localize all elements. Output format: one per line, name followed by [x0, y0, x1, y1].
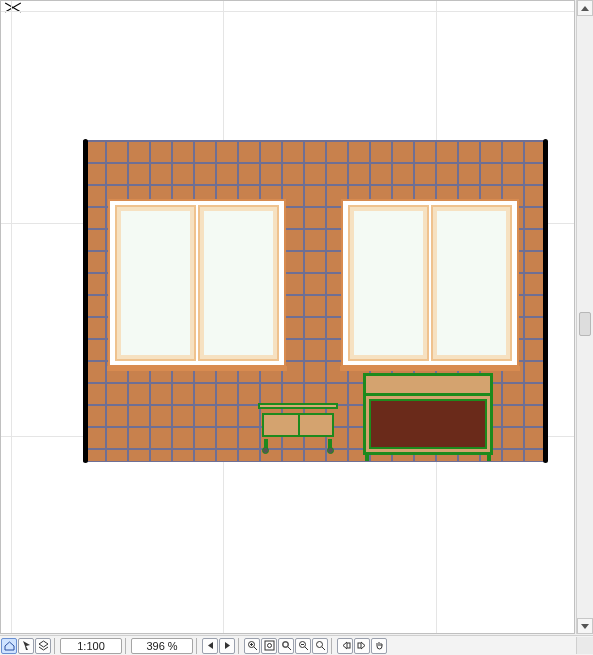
triangle-right-icon	[223, 641, 232, 650]
cart-body	[262, 413, 334, 437]
window-left[interactable]	[108, 199, 286, 367]
svg-line-13	[322, 647, 325, 650]
svg-line-7	[288, 647, 291, 650]
svg-line-1	[254, 647, 257, 650]
separator	[238, 638, 241, 654]
svg-rect-8	[283, 643, 287, 647]
svg-rect-4	[265, 641, 274, 650]
cart-divider	[298, 415, 300, 435]
svg-line-10	[305, 647, 308, 650]
view-mode-layers-button[interactable]	[35, 638, 51, 654]
view-mode-cursor-button[interactable]	[18, 638, 34, 654]
status-bar: 1:100 396 %	[0, 635, 593, 655]
window-pane	[433, 207, 510, 359]
pan-tool-icon	[374, 640, 385, 651]
grid-line	[11, 1, 12, 633]
cabinet-leg	[487, 455, 491, 461]
cabinet[interactable]	[363, 373, 493, 455]
triangle-left-icon	[206, 641, 215, 650]
caster-icon	[262, 447, 269, 454]
caster-icon	[327, 447, 334, 454]
zoom-region-icon	[315, 640, 326, 651]
chevron-up-icon	[581, 6, 589, 11]
window-sill	[340, 366, 520, 371]
cart-top	[258, 403, 338, 409]
zoom-field[interactable]: 396 %	[131, 638, 193, 654]
scale-label: 1:100	[77, 640, 105, 652]
window-frame	[350, 207, 510, 359]
window-pane	[117, 207, 194, 359]
separator	[54, 638, 57, 654]
zoom-in-icon	[247, 640, 258, 651]
separator	[196, 638, 199, 654]
svg-point-5	[267, 644, 271, 648]
cabinet-shelf	[366, 393, 490, 396]
scale-field[interactable]: 1:100	[60, 638, 122, 654]
scroll-thumb[interactable]	[579, 312, 591, 336]
layers-icon	[38, 640, 49, 651]
nav-next-button[interactable]	[219, 638, 235, 654]
pan-right-icon	[357, 640, 368, 651]
small-cart[interactable]	[258, 403, 338, 449]
chevron-down-icon	[581, 624, 589, 629]
pan-left-icon	[340, 640, 351, 651]
zoom-in-button[interactable]	[244, 638, 260, 654]
separator	[125, 638, 128, 654]
cabinet-door	[369, 399, 487, 449]
window-sill	[107, 366, 287, 371]
cursor-icon	[21, 640, 32, 651]
resize-grip[interactable]	[576, 637, 593, 654]
window-pane	[350, 207, 427, 359]
svg-point-12	[316, 642, 322, 648]
svg-rect-14	[347, 643, 350, 648]
cabinet-leg	[365, 455, 369, 461]
zoom-fit-icon	[264, 640, 275, 651]
window-right[interactable]	[341, 199, 519, 367]
drawing-canvas[interactable]	[0, 0, 575, 634]
zoom-selection-icon	[281, 640, 292, 651]
wall-post-right	[543, 139, 548, 463]
zoom-label: 396 %	[146, 640, 177, 652]
scroll-down-button[interactable]	[577, 618, 593, 634]
window-frame	[117, 207, 277, 359]
svg-rect-15	[358, 643, 361, 648]
pan-left-button[interactable]	[337, 638, 353, 654]
vertical-scrollbar[interactable]	[576, 0, 593, 634]
zoom-out-button[interactable]	[295, 638, 311, 654]
zoom-region-button[interactable]	[312, 638, 328, 654]
separator	[331, 638, 334, 654]
pan-tool-button[interactable]	[371, 638, 387, 654]
zoom-selection-button[interactable]	[278, 638, 294, 654]
zoom-out-icon	[298, 640, 309, 651]
grid-line	[1, 11, 574, 12]
nav-prev-button[interactable]	[202, 638, 218, 654]
view-mode-home-button[interactable]	[1, 638, 17, 654]
pan-right-button[interactable]	[354, 638, 370, 654]
wall-post-left	[83, 139, 88, 463]
scroll-up-button[interactable]	[577, 0, 593, 16]
zoom-fit-button[interactable]	[261, 638, 277, 654]
window-pane	[200, 207, 277, 359]
home-icon	[4, 640, 15, 651]
